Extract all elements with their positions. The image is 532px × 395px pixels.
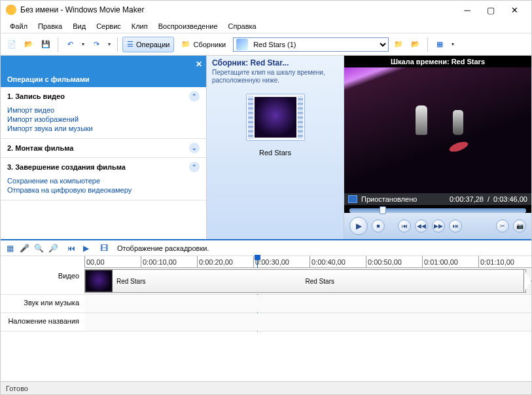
redo-dropdown[interactable]: ▾	[106, 41, 113, 47]
timeline-clip-label: Red Stars	[306, 278, 334, 285]
operations-button[interactable]: ☰ Операции	[122, 37, 174, 52]
track-audio-label: Звук или музыка	[1, 295, 84, 312]
storyboard-icon[interactable]: 🎞	[99, 243, 109, 254]
operations-label: Операции	[136, 41, 169, 48]
prev-button[interactable]: ⏮	[398, 219, 411, 233]
link-import-video[interactable]: Импорт видео	[7, 105, 200, 115]
ruler-tick: 0:00:10,00	[141, 256, 177, 267]
video-figure	[416, 105, 427, 135]
timeline-clip-end[interactable]	[523, 269, 531, 293]
collection-combo[interactable]: Red Stars (1)	[233, 37, 389, 52]
new-folder-button[interactable]: 📂	[408, 37, 423, 52]
preview-status-bar: Приостановлено 0:00:37,28 / 0:03:46,00	[344, 193, 531, 205]
preview-time-total: 0:03:46,00	[493, 195, 527, 203]
section-capture: 1. Запись видео ⌃ Импорт видео Импорт из…	[1, 87, 206, 139]
section-finish: 3. Завершение создания фильма ⌃ Сохранен…	[1, 158, 206, 200]
save-button[interactable]: 💾	[39, 37, 53, 52]
clip-filmframe	[246, 94, 305, 141]
clip-name-wrap: Red Stars	[246, 141, 305, 164]
timeline-ruler[interactable]: 00,00 0:00:10,00 0:00:20,00 0:00:30,00 0…	[84, 256, 531, 268]
views-icon: ▦	[436, 40, 443, 48]
split-button[interactable]: ✂	[496, 219, 509, 233]
video-figure	[448, 140, 469, 154]
views-dropdown[interactable]: ▾	[450, 41, 456, 47]
redo-icon: ↷	[94, 40, 99, 48]
menubar: Файл Правка Вид Сервис Клип Воспроизведе…	[1, 19, 531, 33]
maximize-button[interactable]: ▢	[479, 2, 503, 18]
track-video-label: Видео	[1, 268, 84, 294]
zoom-in-icon[interactable]: 🔍	[33, 243, 44, 254]
step-fwd-button[interactable]: ▶▶	[432, 219, 445, 233]
link-save-computer[interactable]: Сохранение на компьютере	[7, 176, 200, 185]
timeline-view-icon[interactable]: ▦	[5, 243, 15, 254]
collection-title: Сборник: Red Star...	[207, 56, 344, 69]
track-video-content[interactable]: Red Stars Red Stars	[84, 268, 531, 294]
track-audio-content[interactable]	[84, 295, 531, 312]
timeline-toolbar: ▦ 🎤 🔍 🔎 ⏮ ▶ 🎞 Отображение раскадровки.	[1, 240, 531, 256]
section-finish-header[interactable]: 3. Завершение создания фильма ⌃	[1, 158, 206, 176]
menu-file[interactable]: Файл	[5, 20, 33, 32]
next-button[interactable]: ⏭	[449, 219, 462, 233]
statusbar: Готово	[1, 381, 531, 394]
menu-clip[interactable]: Клип	[126, 20, 153, 32]
section-edit-header[interactable]: 2. Монтаж фильма ⌄	[1, 139, 206, 157]
tasks-pane: Операции с фильмами ✕ 1. Запись видео ⌃ …	[1, 56, 207, 239]
play-timeline-icon[interactable]: ▶	[80, 243, 91, 254]
tasks-header: Операции с фильмами ✕	[1, 56, 206, 87]
window-title: Без имени - Windows Movie Maker	[20, 5, 455, 14]
ruler-tick: 0:01:00,00	[422, 256, 458, 267]
new-icon: 📄	[7, 40, 16, 48]
preview-time-current: 0:00:37,28	[450, 195, 484, 203]
minimize-button[interactable]: ─	[455, 2, 479, 18]
menu-edit[interactable]: Правка	[33, 20, 67, 32]
collections-button[interactable]: 📁 Сборники	[177, 37, 230, 52]
open-icon: 📂	[24, 40, 33, 48]
timeline-clip[interactable]: Red Stars Red Stars	[84, 269, 526, 293]
tasks-close-icon[interactable]: ✕	[196, 60, 202, 69]
video-figure	[453, 110, 463, 135]
step-back-button[interactable]: ◀◀	[415, 219, 428, 233]
open-button[interactable]: 📂	[22, 37, 36, 52]
link-import-images[interactable]: Импорт изображений	[7, 115, 200, 124]
zoom-out-icon[interactable]: 🔎	[48, 243, 58, 254]
collection-select[interactable]: Red Stars (1)	[251, 38, 388, 51]
snapshot-button[interactable]: 📷	[513, 219, 526, 233]
close-button[interactable]: ✕	[503, 2, 526, 18]
up-level-button[interactable]: 📁	[391, 37, 406, 52]
preview-title: Шкала времени: Red Stars	[344, 56, 531, 67]
preview-seek-bar[interactable]	[349, 208, 526, 213]
separator	[117, 37, 118, 52]
ruler-tick: 0:00:40,00	[310, 256, 346, 267]
timeline-area: ▦ 🎤 🔍 🔎 ⏮ ▶ 🎞 Отображение раскадровки. 0…	[1, 239, 531, 381]
menu-playback[interactable]: Воспроизведение	[153, 20, 223, 32]
redo-button[interactable]: ↷	[89, 37, 103, 52]
menu-service[interactable]: Сервис	[91, 20, 126, 32]
menu-help[interactable]: Справка	[223, 20, 262, 32]
clip-name: Red Stars	[259, 149, 291, 157]
toolbar: 📄 📂 💾 ↶▾ ↷▾ ☰ Операции 📁 Сборники Red St…	[1, 33, 531, 56]
menu-view[interactable]: Вид	[67, 20, 91, 32]
new-button[interactable]: 📄	[5, 37, 19, 52]
track-title-content[interactable]	[84, 313, 531, 331]
app-icon	[6, 5, 16, 15]
track-video: Видео Red Stars Red Stars	[1, 268, 531, 295]
timeline-toolbar-label[interactable]: Отображение раскадровки.	[117, 244, 209, 252]
rewind-icon[interactable]: ⏮	[66, 243, 77, 254]
timeline-tracks: 00,00 0:00:10,00 0:00:20,00 0:00:30,00 0…	[1, 256, 531, 331]
time-sep: /	[488, 195, 489, 203]
seek-knob[interactable]	[380, 206, 386, 214]
preview-video[interactable]	[344, 67, 531, 193]
narration-icon[interactable]: 🎤	[19, 243, 29, 254]
stop-button[interactable]: ■	[372, 219, 385, 233]
link-send-camera[interactable]: Отправка на цифровую видеокамеру	[7, 185, 200, 195]
preview-controls: ▶ ■ ⏮ ◀◀ ▶▶ ⏭ ✂ 📷	[344, 213, 531, 239]
section-capture-links: Импорт видео Импорт изображений Импорт з…	[1, 105, 206, 138]
play-button[interactable]: ▶	[349, 217, 368, 235]
undo-button[interactable]: ↶	[63, 37, 77, 52]
undo-dropdown[interactable]: ▾	[80, 41, 86, 47]
views-button[interactable]: ▦	[433, 37, 447, 52]
collection-clip[interactable]: Red Stars	[246, 94, 305, 164]
section-capture-header[interactable]: 1. Запись видео ⌃	[1, 87, 206, 105]
link-import-audio[interactable]: Импорт звука или музыки	[7, 124, 200, 133]
up-icon: 📁	[394, 40, 403, 48]
